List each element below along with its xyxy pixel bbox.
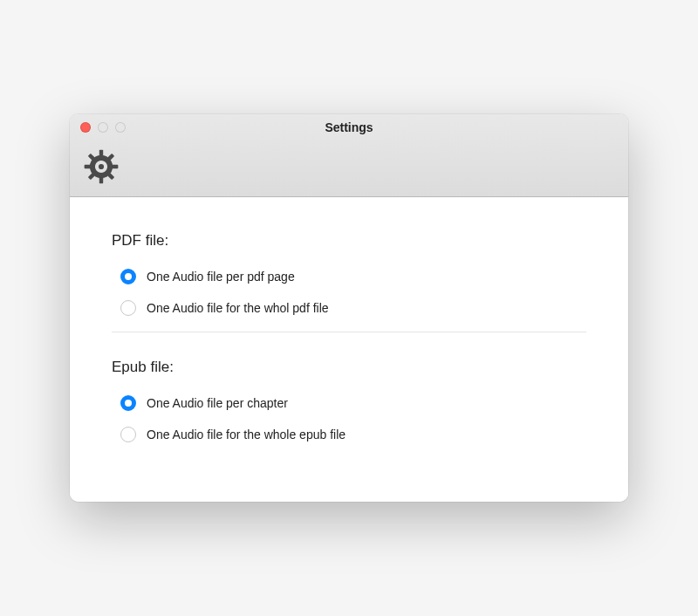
radio-label: One Audio file per chapter (147, 396, 288, 410)
radio-icon (120, 395, 136, 411)
epub-option-per-chapter[interactable]: One Audio file per chapter (120, 395, 586, 411)
pdf-section-title: PDF file: (112, 232, 586, 250)
epub-option-whole-file[interactable]: One Audio file for the whole epub file (120, 427, 586, 442)
radio-label: One Audio file per pdf page (147, 270, 295, 284)
svg-rect-3 (112, 165, 118, 168)
minimize-button[interactable] (98, 122, 108, 133)
radio-label: One Audio file for the whol pdf file (147, 301, 329, 315)
svg-point-8 (99, 164, 104, 169)
content: PDF file: One Audio file per pdf page On… (70, 197, 628, 502)
radio-icon (120, 300, 136, 316)
svg-rect-0 (99, 150, 103, 156)
pdf-option-per-page[interactable]: One Audio file per pdf page (120, 269, 586, 284)
settings-window: Settings (70, 114, 628, 502)
titlebar-top: Settings (70, 114, 628, 140)
svg-rect-2 (85, 165, 91, 168)
close-button[interactable] (80, 122, 91, 133)
gear-icon (82, 147, 616, 186)
pdf-option-whole-file[interactable]: One Audio file for the whol pdf file (120, 300, 586, 316)
epub-section-title: Epub file: (112, 359, 586, 376)
divider (112, 332, 586, 332)
maximize-button[interactable] (115, 122, 126, 133)
radio-icon (120, 427, 136, 442)
svg-rect-1 (99, 177, 103, 183)
window-title: Settings (70, 120, 628, 134)
traffic-lights (70, 122, 126, 133)
toolbar (70, 140, 628, 196)
epub-radio-group: One Audio file per chapter One Audio fil… (112, 395, 586, 442)
radio-label: One Audio file for the whole epub file (147, 428, 346, 441)
radio-icon (120, 269, 136, 284)
titlebar: Settings (70, 114, 628, 197)
pdf-radio-group: One Audio file per pdf page One Audio fi… (112, 269, 586, 316)
